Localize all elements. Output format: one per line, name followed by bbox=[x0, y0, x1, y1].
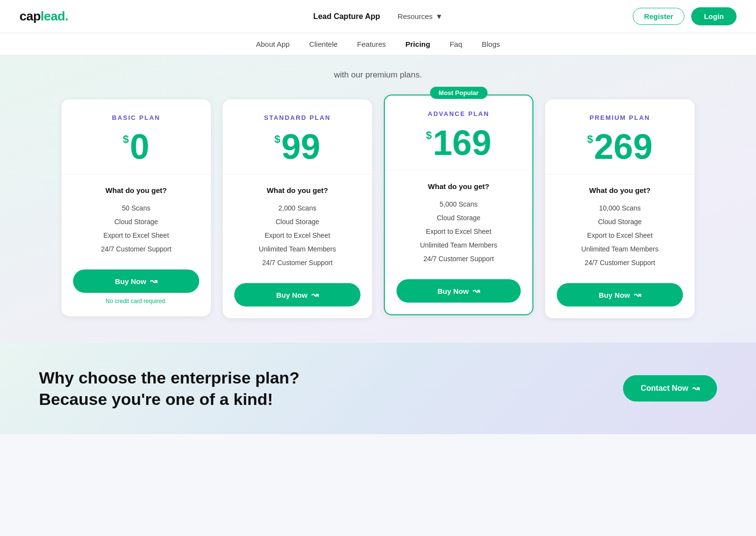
enterprise-heading: Why choose the enterprise plan? Because … bbox=[39, 367, 331, 410]
main-nav: About App Clientele Features Pricing Faq… bbox=[0, 33, 756, 56]
premium-plan-card: PREMIUM PLAN $ 269 What do you get? 10,0… bbox=[545, 99, 695, 318]
basic-price-amount: 0 bbox=[130, 129, 150, 164]
nav-features[interactable]: Features bbox=[357, 40, 386, 48]
list-item: Export to Excel Sheet bbox=[73, 229, 199, 242]
no-credit-text: No credit card required. bbox=[73, 298, 199, 305]
standard-plan-body: What do you get? 2,000 Scans Cloud Stora… bbox=[223, 174, 372, 318]
premium-plan-name: PREMIUM PLAN bbox=[557, 114, 683, 121]
advance-price-dollar: $ bbox=[426, 129, 432, 142]
nav-pricing[interactable]: Pricing bbox=[405, 40, 430, 48]
basic-price-dollar: $ bbox=[123, 133, 129, 146]
nav-blogs[interactable]: Blogs bbox=[482, 40, 500, 48]
premium-buy-label: Buy Now bbox=[599, 291, 630, 299]
enterprise-section: Why choose the enterprise plan? Because … bbox=[0, 343, 756, 434]
list-item: Cloud Storage bbox=[73, 215, 199, 229]
standard-price-amount: 99 bbox=[282, 129, 321, 164]
chevron-down-icon: ▼ bbox=[435, 12, 443, 20]
list-item: Cloud Storage bbox=[234, 215, 360, 229]
basic-buy-label: Buy Now bbox=[115, 277, 146, 286]
list-item: 24/7 Customer Support bbox=[557, 256, 683, 269]
list-item: 24/7 Customer Support bbox=[234, 256, 360, 269]
logo-dot: . bbox=[65, 9, 68, 23]
main-content: with our premium plans. BASIC PLAN $ 0 W… bbox=[0, 56, 756, 434]
premium-what-label: What do you get? bbox=[557, 186, 683, 194]
list-item: 24/7 Customer Support bbox=[397, 252, 521, 266]
contact-now-button[interactable]: Contact Now ↝ bbox=[623, 375, 717, 402]
register-button[interactable]: Register bbox=[633, 8, 684, 25]
standard-plan-price: $ 99 bbox=[234, 129, 360, 164]
list-item: Cloud Storage bbox=[557, 215, 683, 229]
premium-buy-now-button[interactable]: Buy Now ↝ bbox=[557, 283, 683, 306]
standard-what-label: What do you get? bbox=[234, 186, 360, 194]
logo[interactable]: caplead. bbox=[19, 9, 68, 24]
enterprise-text: Why choose the enterprise plan? Because … bbox=[39, 367, 331, 410]
standard-buy-label: Buy Now bbox=[276, 291, 307, 299]
advance-buy-now-button[interactable]: Buy Now ↝ bbox=[397, 279, 521, 303]
advance-plan-card: Most Popular ADVANCE PLAN $ 169 What do … bbox=[384, 95, 533, 315]
advance-plan-body: What do you get? 5,000 Scans Cloud Stora… bbox=[385, 171, 532, 314]
resources-label: Resources bbox=[397, 12, 433, 20]
resources-button[interactable]: Resources ▼ bbox=[397, 12, 443, 20]
advance-price-amount: 169 bbox=[433, 125, 491, 160]
list-item: 10,000 Scans bbox=[557, 201, 683, 215]
arrow-icon: ↝ bbox=[634, 289, 641, 300]
arrow-icon: ↝ bbox=[311, 289, 319, 300]
contact-now-label: Contact Now bbox=[641, 384, 688, 393]
list-item: Export to Excel Sheet bbox=[397, 225, 521, 238]
standard-buy-now-button[interactable]: Buy Now ↝ bbox=[234, 283, 360, 306]
list-item: 24/7 Customer Support bbox=[73, 242, 199, 256]
basic-what-label: What do you get? bbox=[73, 186, 199, 194]
advance-features-list: 5,000 Scans Cloud Storage Export to Exce… bbox=[397, 197, 521, 266]
logo-lead: lead bbox=[40, 9, 65, 23]
basic-buy-now-button[interactable]: Buy Now ↝ bbox=[73, 269, 199, 293]
standard-plan-header: STANDARD PLAN $ 99 bbox=[223, 99, 372, 174]
basic-features-list: 50 Scans Cloud Storage Export to Excel S… bbox=[73, 201, 199, 256]
list-item: Export to Excel Sheet bbox=[557, 229, 683, 242]
pricing-grid: BASIC PLAN $ 0 What do you get? 50 Scans… bbox=[61, 99, 695, 318]
advance-plan-price: $ 169 bbox=[397, 125, 521, 160]
list-item: Unlimited Team Members bbox=[234, 242, 360, 256]
advance-plan-name: ADVANCE PLAN bbox=[397, 110, 521, 117]
basic-plan-body: What do you get? 50 Scans Cloud Storage … bbox=[61, 174, 211, 316]
arrow-icon: ↝ bbox=[692, 383, 699, 394]
page-subtitle: with our premium plans. bbox=[29, 70, 727, 80]
header-actions: Register Login bbox=[633, 7, 737, 25]
nav-clientele[interactable]: Clientele bbox=[309, 40, 338, 48]
arrow-icon: ↝ bbox=[150, 276, 157, 287]
standard-plan-name: STANDARD PLAN bbox=[234, 114, 360, 121]
nav-about[interactable]: About App bbox=[256, 40, 289, 48]
list-item: 5,000 Scans bbox=[397, 197, 521, 211]
advance-plan-header: ADVANCE PLAN $ 169 bbox=[385, 96, 532, 171]
basic-plan-price: $ 0 bbox=[73, 129, 199, 164]
premium-price-dollar: $ bbox=[587, 133, 593, 146]
premium-features-list: 10,000 Scans Cloud Storage Export to Exc… bbox=[557, 201, 683, 269]
app-title: Lead Capture App bbox=[313, 12, 380, 21]
list-item: 2,000 Scans bbox=[234, 201, 360, 215]
premium-plan-body: What do you get? 10,000 Scans Cloud Stor… bbox=[545, 174, 695, 318]
advance-buy-label: Buy Now bbox=[437, 287, 469, 295]
nav-faq[interactable]: Faq bbox=[450, 40, 462, 48]
arrow-icon: ↝ bbox=[472, 286, 480, 296]
list-item: Unlimited Team Members bbox=[557, 242, 683, 256]
most-popular-badge: Most Popular bbox=[430, 87, 487, 99]
basic-plan-name: BASIC PLAN bbox=[73, 114, 199, 121]
header-center: Lead Capture App Resources ▼ bbox=[313, 12, 443, 21]
list-item: 50 Scans bbox=[73, 201, 199, 215]
premium-price-amount: 269 bbox=[594, 129, 653, 164]
basic-plan-header: BASIC PLAN $ 0 bbox=[61, 99, 211, 174]
list-item: Export to Excel Sheet bbox=[234, 229, 360, 242]
standard-features-list: 2,000 Scans Cloud Storage Export to Exce… bbox=[234, 201, 360, 269]
advance-what-label: What do you get? bbox=[397, 182, 521, 191]
site-header: caplead. Lead Capture App Resources ▼ Re… bbox=[0, 0, 756, 33]
premium-plan-price: $ 269 bbox=[557, 129, 683, 164]
basic-plan-card: BASIC PLAN $ 0 What do you get? 50 Scans… bbox=[61, 99, 211, 316]
standard-plan-card: STANDARD PLAN $ 99 What do you get? 2,00… bbox=[223, 99, 372, 318]
premium-plan-header: PREMIUM PLAN $ 269 bbox=[545, 99, 695, 174]
standard-price-dollar: $ bbox=[274, 133, 280, 146]
login-button[interactable]: Login bbox=[691, 7, 737, 25]
list-item: Unlimited Team Members bbox=[397, 238, 521, 252]
logo-cap: cap bbox=[19, 9, 40, 23]
list-item: Cloud Storage bbox=[397, 211, 521, 225]
